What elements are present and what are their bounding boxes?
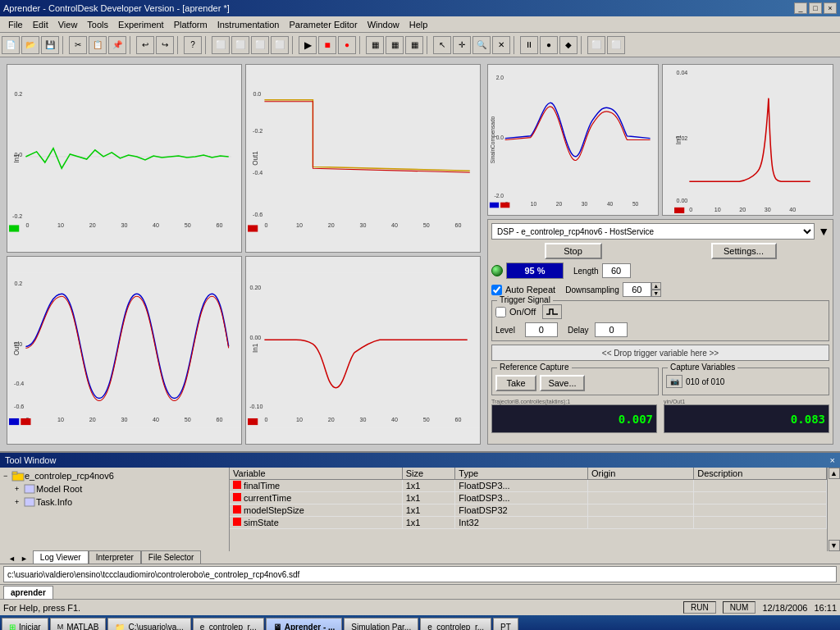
menu-instrumentation[interactable]: Instrumentation bbox=[212, 18, 285, 31]
stop-toolbar-btn[interactable]: ■ bbox=[318, 36, 336, 54]
capture-icon[interactable]: 📷 bbox=[666, 375, 682, 388]
auto-repeat-checkbox[interactable] bbox=[491, 285, 502, 295]
save-button[interactable]: Save... bbox=[540, 375, 585, 391]
svg-text:30: 30 bbox=[121, 417, 127, 423]
menu-platform[interactable]: Platform bbox=[169, 18, 212, 31]
layout1[interactable]: ▦ bbox=[366, 36, 384, 54]
record-btn[interactable]: ● bbox=[338, 36, 356, 54]
tab-file-selector[interactable]: File Selector bbox=[141, 550, 202, 564]
save-btn[interactable]: 💾 bbox=[41, 36, 59, 54]
drop-trigger-zone[interactable]: << Drop trigger variable here >> bbox=[491, 345, 829, 361]
minimize-btn[interactable]: _ bbox=[794, 2, 807, 14]
tb1[interactable]: ⬜ bbox=[212, 36, 230, 54]
menu-edit[interactable]: Edit bbox=[28, 18, 53, 31]
tool-window-close[interactable]: × bbox=[830, 455, 835, 465]
pause-btn[interactable]: ⏸ bbox=[520, 36, 538, 54]
open-btn[interactable]: 📂 bbox=[21, 36, 39, 54]
scrollbar[interactable]: ▲ ▼ bbox=[827, 468, 840, 551]
col-variable[interactable]: Variable bbox=[230, 468, 402, 480]
tb2[interactable]: ⬜ bbox=[231, 36, 249, 54]
chart-in1-top[interactable]: In1 0.2 0.0 -0.2 0 10 20 30 40 50 60 bbox=[7, 64, 242, 253]
taskbar-aprender[interactable]: 🖥 Aprender - ... bbox=[266, 618, 343, 630]
chart-sinaln[interactable]: SinalnCompensado 2.0 0.0 -2.0 0 10 20 30… bbox=[487, 64, 659, 216]
take-button[interactable]: Take bbox=[495, 375, 536, 391]
undo-btn[interactable]: ↩ bbox=[136, 36, 154, 54]
tree-task-info[interactable]: + Task.Info bbox=[2, 495, 227, 509]
taskbar-matlab[interactable]: M MATLAB bbox=[50, 618, 107, 630]
nav-left[interactable]: ◄ bbox=[7, 554, 17, 564]
chart-in1-bot[interactable]: In1 0.20 0.00 -0.10 0 10 20 30 40 50 60 bbox=[245, 256, 481, 445]
spin-down[interactable]: ▼ bbox=[651, 290, 661, 297]
trigger-icon[interactable] bbox=[542, 304, 562, 319]
zoom-btn[interactable]: 🔍 bbox=[472, 36, 491, 54]
close-btn[interactable]: × bbox=[824, 2, 837, 14]
tree-expand-model[interactable]: + bbox=[15, 485, 23, 493]
layout2[interactable]: ▦ bbox=[386, 36, 404, 54]
menu-window[interactable]: Window bbox=[363, 18, 404, 31]
status-right: RUN NUM 12/18/2006 16:11 bbox=[683, 601, 837, 614]
col-size[interactable]: Size bbox=[402, 468, 455, 480]
table-row[interactable]: currentTime 1x1 FloatDSP3... bbox=[230, 492, 827, 504]
col-description[interactable]: Description bbox=[694, 468, 827, 480]
col-origin[interactable]: Origin bbox=[587, 468, 693, 480]
tree-expand-task[interactable]: + bbox=[15, 498, 23, 506]
layout3[interactable]: ▦ bbox=[405, 36, 423, 54]
cut-btn[interactable]: ✂ bbox=[69, 36, 87, 54]
chart-in1-spike[interactable]: In1 0.04 0.02 0.00 0 10 20 30 40 bbox=[662, 64, 833, 216]
length-input[interactable] bbox=[602, 263, 631, 278]
new-btn[interactable]: 📄 bbox=[2, 36, 20, 54]
scroll-down[interactable]: ▼ bbox=[829, 540, 840, 551]
table-row[interactable]: simState 1x1 Int32 bbox=[230, 517, 827, 529]
tb7[interactable]: ◆ bbox=[559, 36, 578, 54]
settings-button[interactable]: Settings... bbox=[711, 243, 777, 259]
crosshair-btn[interactable]: ✛ bbox=[453, 36, 471, 54]
downsampling-input[interactable] bbox=[623, 282, 651, 297]
table-row[interactable]: finalTime 1x1 FloatDSP3... bbox=[230, 480, 827, 492]
menu-experiment[interactable]: Experiment bbox=[113, 18, 169, 31]
menu-view[interactable]: View bbox=[53, 18, 83, 31]
redo-btn[interactable]: ↪ bbox=[156, 36, 174, 54]
paste-btn[interactable]: 📌 bbox=[108, 36, 126, 54]
tab-interpreter[interactable]: Interpreter bbox=[89, 550, 141, 564]
spin-up[interactable]: ▲ bbox=[651, 282, 661, 290]
maximize-btn[interactable]: □ bbox=[809, 2, 822, 14]
tree-model-root[interactable]: + Model Root bbox=[2, 482, 227, 495]
taskbar-e-controlep[interactable]: e_controlep_r... bbox=[193, 618, 264, 630]
menu-help[interactable]: Help bbox=[404, 18, 433, 31]
tree-expand-root[interactable]: − bbox=[3, 472, 11, 480]
active-tab[interactable]: aprender bbox=[3, 586, 53, 599]
tab-log-viewer[interactable]: Log Viewer bbox=[33, 550, 89, 564]
tree-root[interactable]: − e_controlep_rcp4nov6 bbox=[2, 469, 227, 482]
window-controls[interactable]: _ □ × bbox=[794, 2, 837, 14]
onoff-checkbox[interactable] bbox=[495, 307, 506, 317]
tb9[interactable]: ⬜ bbox=[607, 36, 625, 54]
tb8[interactable]: ⬜ bbox=[587, 36, 605, 54]
copy-btn[interactable]: 📋 bbox=[89, 36, 107, 54]
taskbar-pt[interactable]: PT bbox=[493, 618, 518, 630]
tb4[interactable]: ⬜ bbox=[271, 36, 289, 54]
tb3[interactable]: ⬜ bbox=[251, 36, 269, 54]
menu-tools[interactable]: Tools bbox=[82, 18, 113, 31]
delay-input[interactable] bbox=[595, 322, 628, 337]
taskbar-explorer[interactable]: 📁 C:\usuario\va... bbox=[107, 618, 190, 630]
menu-file[interactable]: File bbox=[3, 18, 28, 31]
scroll-up[interactable]: ▲ bbox=[829, 468, 840, 479]
chart-out1-bot[interactable]: Out1 0.2 0.0 -0.4 -0.6 0 10 20 30 40 50 … bbox=[7, 256, 242, 445]
dsp-dropdown[interactable]: DSP - e_controlep_rcp4nov6 - HostService bbox=[491, 223, 815, 240]
menu-parameter-editor[interactable]: Parameter Editor bbox=[284, 18, 362, 31]
chart-out1-top[interactable]: Out1 0.0 -0.2 -0.4 -0.6 0 10 20 30 40 50… bbox=[245, 64, 481, 253]
help-btn[interactable]: ? bbox=[184, 36, 202, 54]
stop-button[interactable]: Stop bbox=[545, 243, 602, 259]
dropdown-arrow[interactable]: ▼ bbox=[818, 225, 829, 238]
level-input[interactable] bbox=[525, 322, 558, 337]
tb6[interactable]: ● bbox=[540, 36, 558, 54]
tb5[interactable]: ✕ bbox=[492, 36, 510, 54]
nav-right[interactable]: ► bbox=[19, 554, 30, 564]
table-row[interactable]: modelStepSize 1x1 FloatDSP32 bbox=[230, 504, 827, 517]
taskbar-e-controlep2[interactable]: e_controlep_r... bbox=[420, 618, 491, 630]
col-type[interactable]: Type bbox=[455, 468, 588, 480]
pointer-btn[interactable]: ↖ bbox=[433, 36, 451, 54]
start-button[interactable]: ⊞ Iniciar bbox=[2, 618, 48, 630]
play-btn[interactable]: ▶ bbox=[299, 36, 317, 54]
taskbar-sim-par[interactable]: Simulation Par... bbox=[344, 618, 418, 630]
